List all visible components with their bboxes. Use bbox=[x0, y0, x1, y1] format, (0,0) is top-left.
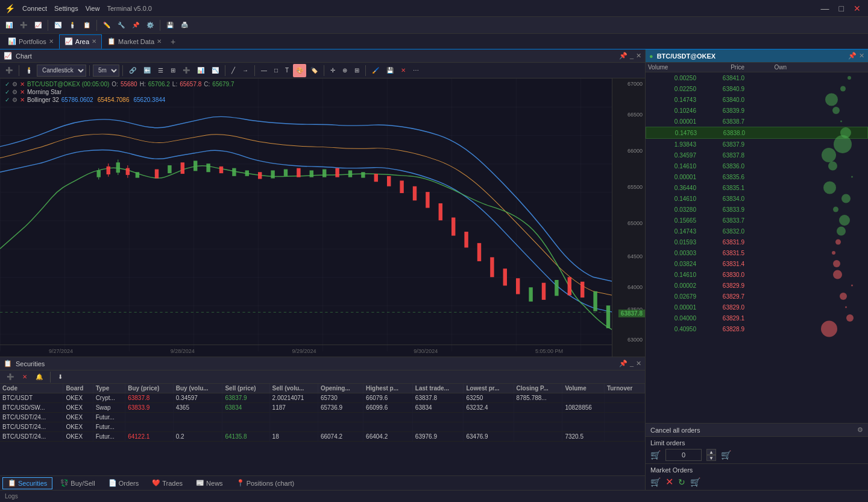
area-tab-close[interactable]: ✕ bbox=[92, 38, 96, 45]
ob-row-21[interactable]: 0.00001 63829.0 bbox=[646, 302, 868, 313]
tab-portfolios[interactable]: 📊 Portfolios ✕ bbox=[2, 34, 59, 49]
menu-connect[interactable]: Connect bbox=[22, 5, 47, 12]
add-tab-button[interactable]: + bbox=[167, 37, 179, 46]
ob-row-14[interactable]: 0.14743 63832.0 bbox=[646, 226, 868, 237]
market-cancel-icon[interactable]: ✕ bbox=[665, 476, 673, 488]
chart-line-tool-btn[interactable]: ╱ bbox=[228, 64, 238, 77]
toolbar-line-btn[interactable]: 📋 bbox=[80, 19, 93, 32]
col-sell-price[interactable]: Sell (price) bbox=[222, 384, 269, 393]
toolbar-settings-btn[interactable]: ⚙️ bbox=[143, 19, 157, 32]
sec-alert-btn[interactable]: 🔔 bbox=[33, 370, 46, 384]
col-opening[interactable]: Opening... bbox=[318, 384, 363, 393]
chart-close-btn[interactable]: ✕ bbox=[636, 52, 641, 60]
securities-row-3[interactable]: BTC/USDT/24... OKEX Futur... bbox=[0, 422, 645, 432]
ob-row-19[interactable]: 0.00002 63829.9 bbox=[646, 280, 868, 291]
col-board[interactable]: Board bbox=[63, 384, 93, 393]
btab-securities[interactable]: 📋 Securities bbox=[2, 477, 52, 489]
ob-row-9[interactable]: 0.00001 63835.6 bbox=[646, 171, 868, 182]
legend-close-ms[interactable]: ✕ bbox=[20, 89, 25, 95]
ob-row-4[interactable]: 0.00001 63838.7 bbox=[646, 116, 868, 127]
btab-positions[interactable]: 📍 Positions (chart) bbox=[231, 477, 300, 489]
chart-timeframe-select[interactable]: 5m bbox=[93, 65, 119, 77]
legend-gear-bb[interactable]: ⚙ bbox=[12, 97, 17, 103]
toolbar-chart-btn[interactable]: 📈 bbox=[31, 19, 45, 32]
chart-rect-btn[interactable]: □ bbox=[271, 64, 281, 77]
securities-row-0[interactable]: BTC/USDT OKEX Crypt... 63837.8 0.34597 6… bbox=[0, 393, 645, 403]
ob-row-0[interactable]: 0.00250 63841.0 bbox=[646, 72, 868, 83]
ob-row-15[interactable]: 0.01593 63831.9 bbox=[646, 237, 868, 247]
limit-qty-up-btn[interactable]: ▲ bbox=[706, 449, 716, 455]
ob-row-10[interactable]: 0.36440 63835.1 bbox=[646, 182, 868, 193]
sec-minimize-btn[interactable]: _ bbox=[630, 360, 634, 367]
toolbar-candle-btn[interactable]: 🕯️ bbox=[66, 19, 79, 32]
chart-candle-type-btn[interactable]: 🕯️ bbox=[22, 64, 36, 77]
chart-pin-btn[interactable]: 📌 bbox=[619, 52, 627, 60]
chart-save-btn[interactable]: 💾 bbox=[383, 64, 397, 77]
ob-row-2[interactable]: 0.14743 63840.0 bbox=[646, 94, 868, 105]
ob-row-13[interactable]: 0.15665 63833.7 bbox=[646, 215, 868, 226]
btab-news[interactable]: 📰 News bbox=[190, 477, 228, 489]
ob-row-7[interactable]: 0.34597 63837.8 bbox=[646, 150, 868, 160]
chart-add-indicator-btn[interactable]: ➕ bbox=[2, 64, 16, 77]
legend-gear-symbol[interactable]: ⚙ bbox=[12, 81, 17, 87]
col-last[interactable]: Last trade... bbox=[412, 384, 464, 393]
minimize-button[interactable]: — bbox=[819, 4, 832, 13]
sec-close-btn[interactable]: ✕ bbox=[636, 360, 641, 367]
btab-buysell[interactable]: 💱 Buy/Sell bbox=[55, 477, 100, 489]
legend-close-symbol[interactable]: ✕ bbox=[20, 81, 25, 87]
ob-row-20[interactable]: 0.02679 63829.7 bbox=[646, 291, 868, 302]
toolbar-export-btn[interactable]: 💾 bbox=[163, 19, 177, 32]
btab-trades[interactable]: ❤️ Trades bbox=[146, 477, 188, 489]
chart-list-btn[interactable]: ☰ bbox=[155, 64, 166, 77]
col-buy-price[interactable]: Buy (price) bbox=[125, 384, 174, 393]
toolbar-add-btn[interactable]: ➕ bbox=[17, 19, 30, 32]
col-highest[interactable]: Highest p... bbox=[363, 384, 413, 393]
sec-pin-btn[interactable]: 📌 bbox=[619, 360, 627, 367]
ob-row-11[interactable]: 0.14610 63834.0 bbox=[646, 193, 868, 204]
maximize-button[interactable]: □ bbox=[837, 4, 846, 13]
ob-row-6[interactable]: 1.93843 63837.9 bbox=[646, 139, 868, 150]
portfolios-tab-close[interactable]: ✕ bbox=[49, 38, 54, 45]
col-lowest[interactable]: Lowest pr... bbox=[464, 384, 514, 393]
limit-qty-down-btn[interactable]: ▼ bbox=[706, 455, 716, 461]
securities-row-2[interactable]: BTC/USDT/24... OKEX Futur... bbox=[0, 413, 645, 422]
marketdata-tab-close[interactable]: ✕ bbox=[157, 38, 162, 45]
ob-row-8[interactable]: 0.14610 63836.0 bbox=[646, 160, 868, 171]
ob-row-18[interactable]: 0.14610 63830.0 bbox=[646, 269, 868, 280]
col-buy-vol[interactable]: Buy (volu... bbox=[173, 384, 222, 393]
chart-nav-btn[interactable]: ⬅️ bbox=[140, 64, 154, 77]
chart-copy-btn[interactable]: ⊕ bbox=[339, 64, 350, 77]
col-volume[interactable]: Volume bbox=[562, 384, 605, 393]
market-sell-cart-icon[interactable]: 🛒 bbox=[690, 477, 700, 487]
ob-row-12[interactable]: 0.03280 63833.9 bbox=[646, 204, 868, 215]
securities-row-1[interactable]: BTC/USD/SW... OKEX Swap 63833.9 4365 638… bbox=[0, 403, 645, 413]
securities-row-4[interactable]: BTC/USDT/24... OKEX Futur... 64122.1 0.2… bbox=[0, 432, 645, 442]
limit-buy-cart-icon[interactable]: 🛒 bbox=[650, 450, 661, 460]
tab-marketdata[interactable]: 📋 Market Data ✕ bbox=[102, 34, 167, 49]
ob-row-17[interactable]: 0.03824 63831.4 bbox=[646, 258, 868, 269]
col-type[interactable]: Type bbox=[93, 384, 125, 393]
chart-more-btn[interactable]: ⋯ bbox=[410, 64, 422, 77]
limit-qty-input[interactable] bbox=[665, 449, 702, 461]
chart-label-btn[interactable]: 🏷️ bbox=[307, 64, 321, 77]
col-sell-vol[interactable]: Sell (volu... bbox=[269, 384, 318, 393]
chart-bar-btn[interactable]: 📊 bbox=[194, 64, 207, 77]
chart-hline-btn[interactable]: — bbox=[258, 64, 270, 77]
toolbar-draw3-btn[interactable]: 📌 bbox=[129, 19, 142, 32]
col-closing[interactable]: Closing P... bbox=[514, 384, 562, 393]
order-book-scroll[interactable]: 0.00250 63841.0 0.02250 63840.9 0.14743 … bbox=[646, 72, 868, 423]
ob-pin-btn[interactable]: 📌 bbox=[848, 52, 857, 60]
chart-minimize-btn[interactable]: _ bbox=[630, 52, 634, 60]
cancel-all-orders-button[interactable]: Cancel all orders bbox=[650, 427, 700, 434]
market-refresh-icon[interactable]: ↻ bbox=[678, 477, 685, 487]
chart-arrow-btn[interactable]: → bbox=[239, 64, 251, 77]
sec-scroll-btn[interactable]: ⬇ bbox=[55, 370, 66, 384]
toolbar-portfolio-btn[interactable]: 📊 bbox=[2, 19, 16, 32]
chart-multi-btn[interactable]: 📉 bbox=[209, 64, 222, 77]
market-buy-cart-icon[interactable]: 🛒 bbox=[650, 477, 661, 487]
chart-type-select[interactable]: Candlestick bbox=[37, 65, 86, 77]
chart-palette-btn[interactable]: 🖌️ bbox=[369, 64, 382, 77]
chart-color-btn[interactable]: 🎨 bbox=[293, 64, 306, 77]
btab-orders[interactable]: 📄 Orders bbox=[103, 477, 145, 489]
sec-add-btn[interactable]: ➕ bbox=[4, 370, 17, 384]
